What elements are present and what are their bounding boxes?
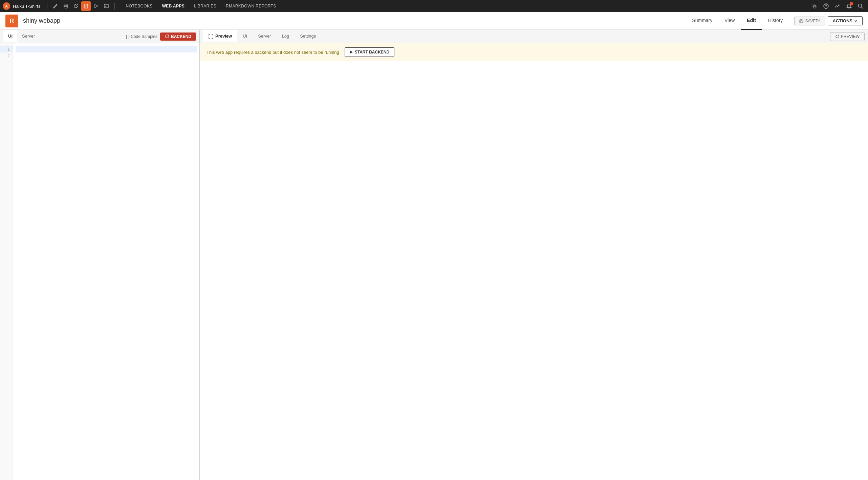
app-logo: R <box>5 15 18 27</box>
right-toolbar: PREVIEW <box>830 32 865 41</box>
editor-area: UI Server { } Code Samples BACKEND 1 2 <box>0 30 868 480</box>
top-nav-links: NOTEBOOKS WEB APPS LIBRARIES RMARKDOWN R… <box>121 0 281 12</box>
top-nav-right-icons <box>810 1 865 11</box>
right-panel: Preview UI Server Log Settings PREVIEW T… <box>200 30 868 480</box>
refresh-preview-icon <box>835 35 839 39</box>
app-name: shiny webapp <box>23 17 60 24</box>
tab-ui[interactable]: UI <box>237 30 253 43</box>
preview-button[interactable]: PREVIEW <box>830 32 865 41</box>
saved-button[interactable]: SAVED! <box>794 17 825 25</box>
chevron-down-icon <box>854 19 858 23</box>
svg-line-7 <box>862 7 863 9</box>
tab-log[interactable]: Log <box>276 30 295 43</box>
app-logo-letter: R <box>10 18 14 24</box>
tab-ui[interactable]: UI <box>3 30 17 43</box>
app-title: Haiku T-Shirts <box>13 4 40 9</box>
code-editor[interactable] <box>13 43 199 480</box>
left-panel-tabs: UI Server { } Code Samples BACKEND <box>0 30 199 43</box>
nav-separator <box>47 3 47 9</box>
nav-edit[interactable]: Edit <box>741 12 762 30</box>
app-nav-tabs: Summary View Edit History <box>686 12 789 30</box>
nav-link-webapps[interactable]: WEB APPS <box>157 0 189 12</box>
pen-icon[interactable] <box>51 1 60 11</box>
code-editor-body: 1 2 <box>0 43 199 480</box>
code-line-2 <box>16 52 197 59</box>
edit-icon[interactable] <box>81 1 91 11</box>
database-icon[interactable] <box>61 1 70 11</box>
line-numbers: 1 2 <box>0 43 13 480</box>
save-icon <box>799 19 803 23</box>
expand-icon <box>209 34 213 39</box>
svg-point-6 <box>859 4 862 7</box>
code-samples-button[interactable]: { } Code Samples <box>126 34 157 39</box>
tab-settings[interactable]: Settings <box>295 30 321 43</box>
right-panel-tabs: Preview UI Server Log Settings PREVIEW <box>200 30 868 43</box>
tab-server-right[interactable]: Server <box>253 30 276 43</box>
chart-icon[interactable] <box>833 1 842 11</box>
notification-badge <box>850 2 853 5</box>
app-header-bar: R shiny webapp Summary View Edit History… <box>0 12 868 30</box>
terminal-icon[interactable] <box>102 1 111 11</box>
right-panel-content: This web app requires a backend but it d… <box>200 43 868 480</box>
backend-label: BACKEND <box>171 34 191 39</box>
nav-view[interactable]: View <box>718 12 741 30</box>
actions-button[interactable]: ACTIONS <box>828 16 863 25</box>
code-line-1 <box>16 46 197 52</box>
preview-btn-label: PREVIEW <box>841 34 860 39</box>
nav-summary[interactable]: Summary <box>686 12 718 30</box>
nav-separator-2 <box>114 3 115 9</box>
tab-preview[interactable]: Preview <box>203 30 237 43</box>
refresh-icon[interactable] <box>71 1 81 11</box>
play-icon[interactable] <box>91 1 101 11</box>
toolbar-icons <box>51 1 111 11</box>
tab-preview-label: Preview <box>215 34 232 39</box>
left-panel: UI Server { } Code Samples BACKEND 1 2 <box>0 30 200 480</box>
svg-point-4 <box>814 5 816 7</box>
svg-marker-2 <box>95 4 98 8</box>
help-icon[interactable] <box>821 1 831 11</box>
nav-link-rmarkdown[interactable]: RMARKDOWN REPORTS <box>221 0 281 12</box>
tab-server[interactable]: Server <box>17 30 40 43</box>
start-backend-label: START BACKEND <box>355 50 389 54</box>
nav-history[interactable]: History <box>762 12 789 30</box>
nav-link-libraries[interactable]: LIBRARIES <box>189 0 221 12</box>
line-number-1: 1 <box>0 46 13 52</box>
saved-label: SAVED! <box>805 19 820 23</box>
start-backend-button[interactable]: START BACKEND <box>345 47 394 57</box>
backend-sync-icon <box>165 34 169 39</box>
top-navbar: A Haiku T-Shirts NOTEBOOKS WEB APPS <box>0 0 868 12</box>
warning-text: This web app requires a backend but it d… <box>207 50 339 55</box>
left-toolbar: { } Code Samples BACKEND <box>126 32 196 41</box>
play-triangle-icon <box>350 50 353 54</box>
line-number-2: 2 <box>0 52 13 59</box>
nav-link-notebooks[interactable]: NOTEBOOKS <box>121 0 157 12</box>
backend-button[interactable]: BACKEND <box>160 32 196 41</box>
warning-banner: This web app requires a backend but it d… <box>200 43 868 61</box>
settings-icon[interactable] <box>810 1 819 11</box>
svg-point-0 <box>64 4 67 5</box>
search-icon[interactable] <box>856 1 865 11</box>
app-logo-small: A <box>3 2 10 10</box>
app-actions: SAVED! ACTIONS <box>794 16 863 25</box>
actions-label: ACTIONS <box>833 18 853 23</box>
notifications-icon[interactable] <box>844 1 854 11</box>
